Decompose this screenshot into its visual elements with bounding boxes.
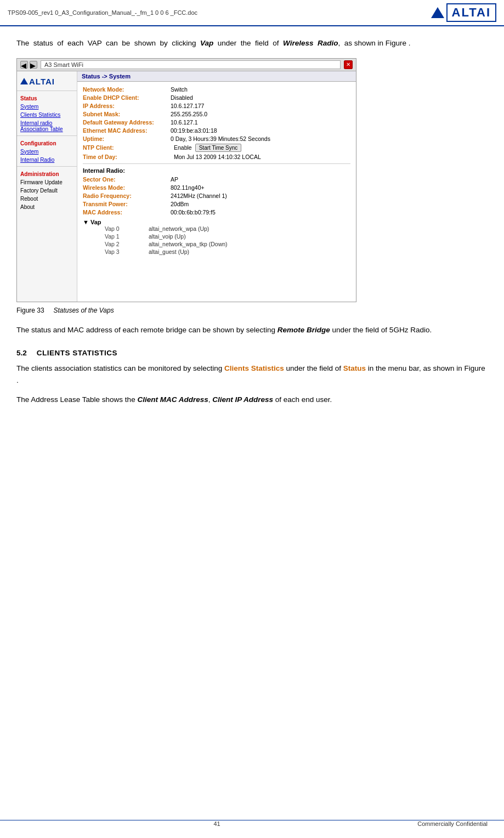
filename-label: TPS09-005_rev1 0_A3_Configuration_Manual…	[8, 9, 197, 16]
sidebar-item-config-system[interactable]: System	[17, 148, 77, 156]
body-para-address-lease: The Address Lease Table shows the Client…	[16, 394, 488, 406]
titlebar-back-icon[interactable]: ◀	[20, 61, 28, 69]
field-label-sector-one: Sector One:	[83, 176, 171, 183]
main-body: Network Mode: Switch Enable DHCP Client:…	[77, 82, 356, 261]
field-sector-one: Sector One: AP	[83, 176, 350, 183]
time-of-day-label: Time of Day:	[83, 154, 171, 160]
field-value-sector-one: AP	[171, 176, 178, 183]
screenshot-inner: ALTAI Status System Clients Statistics I…	[17, 71, 356, 302]
field-subnet-mask: Subnet Mask: 255.255.255.0	[83, 111, 350, 117]
field-label-transmit-power: Transmit Power:	[83, 201, 171, 207]
titlebar-fwd-icon[interactable]: ▶	[30, 61, 37, 69]
section-52-block: 5.2 CLIENTS STATISTICS	[16, 349, 488, 357]
sidebar-item-clients-statistics[interactable]: Clients Statistics	[17, 111, 77, 119]
vap-2-value: altai_network_wpa_tkp (Down)	[149, 241, 228, 247]
sidebar-status-section: Status	[17, 93, 77, 103]
screenshot-titlebar: ◀ ▶ A3 Smart WiFi ✕	[17, 59, 356, 71]
field-label-uptime: Uptime:	[83, 135, 171, 142]
clients-statistics-link[interactable]: Clients Statistics	[224, 364, 284, 372]
vap-3-value: altai_guest (Up)	[149, 248, 189, 255]
screenshot-sidebar: ALTAI Status System Clients Statistics I…	[17, 71, 77, 302]
main-breadcrumb: Status -> System	[77, 71, 356, 82]
field-radio-freq: Radio Frequency: 2412MHz (Channel 1)	[83, 192, 350, 199]
field-dhcp-client: Enable DHCP Client: Disabled	[83, 94, 350, 101]
sidebar-divider-2	[17, 166, 77, 167]
titlebar-close-icon[interactable]: ✕	[344, 60, 353, 69]
ntp-value: Enable	[174, 144, 192, 151]
vap-2-name: Vap 2	[105, 241, 132, 247]
vap-section: ▼ Vap Vap 0 altai_network_wpa (Up) Vap 1…	[83, 219, 350, 255]
field-transmit-power: Transmit Power: 20dBm	[83, 201, 350, 207]
figure-label: Statuses of the Vaps	[53, 307, 114, 314]
time-of-day-row: Time of Day: Mon Jul 13 2009 14:10:32 LO…	[83, 154, 350, 160]
field-label-subnet: Subnet Mask:	[83, 111, 171, 117]
logo-triangle	[431, 7, 444, 18]
field-network-mode: Network Mode: Switch	[83, 86, 350, 93]
section-title: CLIENTS STATISTICS	[37, 349, 117, 357]
sidebar-logo: ALTAI	[17, 75, 77, 91]
internal-radio-heading: Internal Radio:	[83, 167, 350, 174]
field-value-transmit-power: 20dBm	[171, 201, 189, 207]
section-number: 5.2	[16, 349, 27, 357]
sidebar-item-internal-radio-assoc[interactable]: Internal radio Association Table	[17, 119, 77, 133]
field-label-ethernet-mac: Ethernet MAC Address:	[83, 127, 171, 134]
sidebar-admin-section: Administration	[17, 169, 77, 178]
figure-caption: Figure 33 Statuses of the Vaps	[16, 307, 488, 314]
field-value-mac-address: 00:0b:6b:b0:79:f5	[171, 209, 216, 216]
field-value-dhcp: Disabled	[171, 94, 193, 101]
vap-0-value: altai_network_wpa (Up)	[149, 225, 209, 232]
field-uptime: Uptime: 0 Day, 3 Hours:39 Minutes:52 Sec…	[83, 135, 350, 142]
screenshot-box: ◀ ▶ A3 Smart WiFi ✕ ALTAI Status System …	[16, 58, 356, 302]
field-value-uptime: 0 Day, 3 Hours:39 Minutes:52 Seconds	[171, 135, 270, 142]
page-content: The status of each VAP can be shown by c…	[0, 26, 504, 424]
field-label-ip: IP Address:	[83, 103, 171, 109]
sidebar-logo-text: ALTAI	[29, 77, 55, 86]
sidebar-item-reboot[interactable]: Reboot	[17, 195, 77, 203]
field-label-gateway: Default Gateway Address:	[83, 119, 171, 126]
body-para-clients-stats: The clients association statistics can b…	[16, 363, 488, 386]
sidebar-item-internal-radio[interactable]: Internal Radio	[17, 156, 77, 164]
vap-1-name: Vap 1	[105, 233, 132, 240]
vap-3-name: Vap 3	[105, 248, 132, 255]
vap-heading: ▼ Vap	[83, 219, 350, 225]
field-gateway: Default Gateway Address: 10.6.127.1	[83, 119, 350, 126]
field-value-wireless-mode: 802.11ng40+	[171, 184, 205, 191]
start-time-sync-button[interactable]: Start Time Sync	[195, 144, 242, 152]
vap-row-0: Vap 0 altai_network_wpa (Up)	[83, 225, 350, 232]
field-value-ethernet-mac: 00:19:be:a3:01:18	[171, 127, 217, 134]
page-footer: 41 Commercially Confidential	[0, 820, 504, 827]
field-mac-address: MAC Address: 00:0b:6b:b0:79:f5	[83, 209, 350, 216]
sidebar-item-firmware-update[interactable]: Firmware Update	[17, 178, 77, 186]
field-value-gateway: 10.6.127.1	[171, 119, 198, 126]
time-of-day-value: Mon Jul 13 2009 14:10:32 LOCAL	[174, 154, 261, 160]
page-header: TPS09-005_rev1 0_A3_Configuration_Manual…	[0, 0, 504, 26]
footer-right-text: Commercially Confidential	[417, 820, 488, 827]
field-label-radio-freq: Radio Frequency:	[83, 192, 171, 199]
field-value-network-mode: Switch	[171, 86, 188, 93]
field-label-dhcp: Enable DHCP Client:	[83, 94, 171, 101]
field-value-radio-freq: 2412MHz (Channel 1)	[171, 192, 227, 199]
intro-paragraph: The status of each VAP can be shown by c…	[16, 37, 488, 49]
vap-0-name: Vap 0	[105, 225, 132, 232]
sidebar-divider-1	[17, 135, 77, 136]
footer-page-number: 41	[16, 820, 417, 827]
status-link[interactable]: Status	[343, 364, 366, 372]
field-value-subnet: 255.255.255.0	[171, 111, 207, 117]
altai-logo: ALTAI	[431, 3, 497, 22]
titlebar-url: A3 Smart WiFi	[41, 60, 341, 69]
sidebar-logo-img: ALTAI	[20, 77, 73, 86]
ntp-label: NTP Client:	[83, 144, 171, 151]
screenshot-main-panel: Status -> System Network Mode: Switch En…	[77, 71, 356, 302]
section-divider-1	[83, 163, 350, 164]
titlebar-icons: ◀ ▶	[20, 61, 37, 69]
field-ip-address: IP Address: 10.6.127.177	[83, 103, 350, 109]
sidebar-item-system[interactable]: System	[17, 103, 77, 111]
field-value-ip: 10.6.127.177	[171, 103, 204, 109]
vap-1-value: altai_voip (Up)	[149, 233, 186, 240]
sidebar-item-factory-default[interactable]: Factory Default	[17, 186, 77, 195]
sidebar-item-about[interactable]: About	[17, 203, 77, 211]
field-label-network-mode: Network Mode:	[83, 86, 171, 93]
vap-row-1: Vap 1 altai_voip (Up)	[83, 233, 350, 240]
body-para-remote-bridge: The status and MAC address of each remot…	[16, 324, 488, 336]
vap-row-3: Vap 3 altai_guest (Up)	[83, 248, 350, 255]
